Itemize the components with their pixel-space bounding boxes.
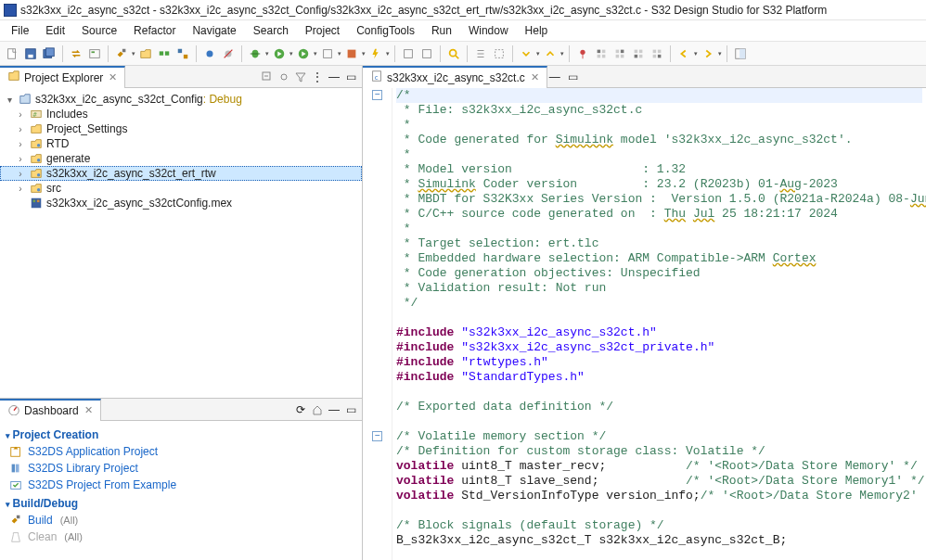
expand-icon[interactable]: ▾ bbox=[4, 95, 15, 105]
close-icon[interactable]: ✕ bbox=[84, 404, 93, 416]
tree-item-mex[interactable]: s32k3xx_i2c_async_s32ctConfig.mex bbox=[0, 196, 362, 210]
tree-item-project-settings[interactable]: › Project_Settings bbox=[0, 121, 362, 136]
next-ann-icon[interactable] bbox=[518, 45, 534, 62]
dash-item-build[interactable]: Build (All) bbox=[6, 512, 356, 528]
dashboard-tab[interactable]: Dashboard ✕ bbox=[0, 399, 101, 421]
grid3-icon[interactable] bbox=[630, 45, 647, 62]
dash-item-lib-project[interactable]: S32DS Library Project bbox=[6, 460, 356, 477]
menu-refactor[interactable]: Refactor bbox=[126, 22, 183, 39]
hammer-icon[interactable] bbox=[113, 45, 130, 62]
project-explorer-title: Project Explorer bbox=[24, 71, 103, 84]
perspective-icon[interactable] bbox=[732, 45, 749, 62]
maximize-icon[interactable]: ▭ bbox=[343, 70, 358, 84]
close-icon[interactable]: ✕ bbox=[109, 71, 117, 83]
project-tree[interactable]: ▾ s32k3xx_i2c_async_s32ct_Config: Debug … bbox=[0, 88, 362, 398]
build-icon[interactable] bbox=[86, 45, 103, 62]
grid1-icon[interactable] bbox=[593, 45, 610, 62]
expand-icon[interactable]: › bbox=[15, 109, 26, 120]
search-icon[interactable] bbox=[445, 45, 462, 62]
dash-section-build-debug[interactable]: Build/Debug bbox=[6, 493, 356, 512]
cfg-blocks-icon[interactable] bbox=[174, 45, 191, 62]
editor-tab[interactable]: c s32k3xx_i2c_async_s32ct.c ✕ bbox=[363, 66, 547, 88]
prev-ann-icon[interactable] bbox=[542, 45, 559, 62]
forward-icon[interactable] bbox=[700, 45, 716, 62]
new-icon[interactable] bbox=[4, 45, 20, 62]
save-icon[interactable] bbox=[22, 45, 39, 62]
close-icon[interactable]: ✕ bbox=[531, 71, 539, 83]
dashboard-tabbar: Dashboard ✕ ⟳ — ▭ bbox=[0, 399, 362, 421]
back-icon[interactable] bbox=[675, 45, 692, 62]
ext-tools-icon[interactable] bbox=[343, 45, 360, 62]
build-mode-icon[interactable] bbox=[418, 45, 435, 62]
menu-edit[interactable]: Edit bbox=[38, 22, 72, 39]
fold-icon[interactable]: − bbox=[372, 90, 382, 100]
toolbar-sep bbox=[394, 45, 395, 62]
toggle-bp-icon[interactable] bbox=[201, 45, 218, 62]
expand-icon[interactable]: › bbox=[15, 124, 26, 134]
maximize-icon[interactable]: ▭ bbox=[343, 402, 358, 417]
menu-navigate[interactable]: Navigate bbox=[185, 22, 243, 39]
cfg-green-icon[interactable] bbox=[156, 45, 173, 62]
project-explorer-tab[interactable]: Project Explorer ✕ bbox=[0, 66, 125, 88]
menu-configtools[interactable]: ConfigTools bbox=[349, 22, 422, 39]
switch-icon[interactable] bbox=[68, 45, 84, 62]
svg-rect-20 bbox=[348, 49, 356, 57]
toolbar-sep bbox=[440, 45, 441, 62]
menu-help[interactable]: Help bbox=[518, 22, 556, 39]
link-editor-icon[interactable] bbox=[277, 70, 291, 84]
skip-bp-icon[interactable] bbox=[220, 45, 237, 62]
home-icon[interactable] bbox=[310, 402, 325, 417]
expand-icon[interactable]: › bbox=[15, 139, 26, 149]
menu-source[interactable]: Source bbox=[74, 22, 124, 39]
fold-icon[interactable]: − bbox=[372, 431, 382, 441]
collapse-all-icon[interactable] bbox=[260, 70, 275, 84]
tree-label: s32k3xx_i2c_async_s32ct_ert_rtw bbox=[46, 167, 216, 180]
tree-item-src[interactable]: › src bbox=[0, 181, 362, 196]
debug-icon[interactable] bbox=[247, 45, 264, 62]
toolbar-sep bbox=[727, 45, 727, 62]
tree-item-generate[interactable]: › generate bbox=[0, 151, 362, 166]
project-root[interactable]: ▾ s32k3xx_i2c_async_s32ct_Config: Debug bbox=[0, 92, 362, 107]
grid2-icon[interactable] bbox=[611, 45, 628, 62]
toolbar-sep bbox=[62, 45, 63, 62]
menu-search[interactable]: Search bbox=[246, 22, 296, 39]
build-target-icon[interactable] bbox=[400, 45, 417, 62]
menu-project[interactable]: Project bbox=[298, 22, 347, 39]
view-menu-icon[interactable]: ⋮ bbox=[310, 70, 325, 84]
outline-icon[interactable] bbox=[472, 45, 489, 62]
menu-run[interactable]: Run bbox=[424, 22, 459, 39]
editor-body[interactable]: − − /* * File: s32k3xx_i2c_async_s32ct.c… bbox=[363, 88, 926, 560]
open-file-icon[interactable] bbox=[137, 45, 154, 62]
tree-item-rtd[interactable]: › RTD bbox=[0, 136, 362, 151]
filter-icon[interactable] bbox=[293, 70, 308, 84]
tree-item-includes[interactable]: › # Includes bbox=[0, 107, 362, 121]
svg-text:c: c bbox=[374, 74, 378, 82]
svg-rect-41 bbox=[658, 49, 662, 53]
toolbar-sep bbox=[670, 45, 671, 62]
grid4-icon[interactable] bbox=[649, 45, 665, 62]
minimize-icon[interactable]: — bbox=[327, 402, 341, 417]
block-sel-icon[interactable] bbox=[491, 45, 508, 62]
dash-section-project-creation[interactable]: Project Creation bbox=[6, 425, 356, 443]
run-icon[interactable] bbox=[271, 45, 288, 62]
editor-gutter[interactable]: − − bbox=[363, 88, 392, 560]
run-last-icon[interactable] bbox=[295, 45, 312, 62]
minimize-icon[interactable]: — bbox=[547, 70, 562, 84]
expand-icon[interactable]: › bbox=[15, 154, 26, 164]
includes-icon: # bbox=[30, 108, 43, 121]
refresh-icon[interactable]: ⟳ bbox=[293, 402, 308, 417]
menu-window[interactable]: Window bbox=[461, 22, 516, 39]
tree-item-ert-rtw[interactable]: › s32k3xx_i2c_async_s32ct_ert_rtw bbox=[0, 166, 362, 181]
expand-icon[interactable]: › bbox=[15, 184, 26, 194]
dash-item-app-project[interactable]: S32DS Application Project bbox=[6, 443, 356, 460]
code-content[interactable]: /* * File: s32k3xx_i2c_async_s32ct.c * *… bbox=[392, 88, 926, 560]
dash-item-example-project[interactable]: S32DS Project From Example bbox=[6, 477, 356, 493]
menu-file[interactable]: File bbox=[4, 22, 36, 39]
profile-icon[interactable] bbox=[319, 45, 336, 62]
minimize-icon[interactable]: — bbox=[327, 70, 341, 84]
maximize-icon[interactable]: ▭ bbox=[565, 70, 580, 84]
flash-icon[interactable] bbox=[367, 45, 384, 62]
pin-icon[interactable] bbox=[574, 45, 591, 62]
save-all-icon[interactable] bbox=[41, 45, 58, 62]
expand-icon[interactable]: › bbox=[15, 169, 26, 179]
